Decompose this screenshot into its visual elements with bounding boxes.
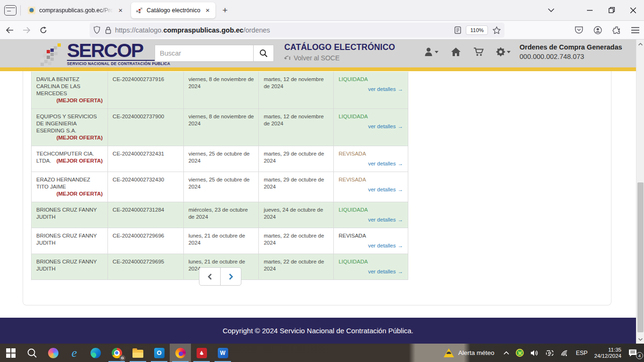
tab-compraspublicas[interactable]: compraspublicas.gob.ec/Proce × <box>24 2 128 18</box>
status-badge: LIQUIDADA <box>339 259 368 264</box>
firefox-view-icon[interactable] <box>4 5 17 16</box>
vertical-scrollbar[interactable] <box>636 40 644 344</box>
order-code: CE-20240002737900 <box>107 109 183 146</box>
order-date-finalized: martes, 29 de octubre de 2024 <box>259 146 334 172</box>
language-indicator[interactable]: ESP <box>576 350 587 356</box>
url-text[interactable]: https://catalogo.compraspublicas.gob.ec/… <box>115 26 454 34</box>
home-button[interactable] <box>451 47 461 57</box>
weather-alert-widget[interactable]: Alerta méteo <box>441 348 497 357</box>
search-icon <box>27 348 37 358</box>
search-button[interactable] <box>254 45 274 62</box>
forward-button[interactable] <box>19 23 34 37</box>
orders-generated-label: Ordenes de Compra Generadas <box>520 43 622 51</box>
lock-icon[interactable] <box>105 26 111 34</box>
view-details-link[interactable]: ver detalles <box>368 217 396 222</box>
table-row[interactable]: DAVILA BENITEZ CARLINA DE LAS MERCEDES (… <box>32 72 408 109</box>
arrow-right-icon: → <box>398 187 404 192</box>
new-tab-button[interactable]: + <box>218 4 232 16</box>
start-button[interactable] <box>0 344 21 362</box>
file-explorer-button[interactable] <box>127 344 149 362</box>
outlook-icon: O <box>154 348 165 358</box>
wifi-icon[interactable] <box>561 349 569 356</box>
back-to-soce-link[interactable]: Volver al SOCE <box>284 54 395 62</box>
sercop-logo[interactable]: SERCOP SERVICIO NACIONAL DE CONTRATACIÓN… <box>41 41 170 66</box>
tab-catalogo-electronico[interactable]: Catálogo electrónico × <box>131 2 215 18</box>
taskbar-search-button[interactable] <box>21 344 42 362</box>
back-button[interactable] <box>2 23 17 37</box>
taskbar-clock[interactable]: 11:35 24/12/2024 <box>594 347 621 359</box>
next-page-button[interactable] <box>220 268 241 285</box>
header-icons <box>424 47 511 57</box>
tab-strip: compraspublicas.gob.ec/Proce × Catálogo … <box>0 0 644 21</box>
supplier-name: EQUIPOS Y SERVICIOS DE INGENIERIA ESERDI… <box>36 114 97 133</box>
cart-button[interactable] <box>473 47 484 57</box>
close-window-button[interactable] <box>622 0 644 21</box>
weather-warning-icon <box>444 348 454 357</box>
restore-button[interactable] <box>601 0 622 21</box>
bookmark-star-icon[interactable] <box>493 26 501 34</box>
order-date-published: viernes, 25 de octubre de 2024 <box>183 172 259 202</box>
internet-explorer-button[interactable]: e <box>64 344 85 362</box>
chrome-button[interactable]: G <box>106 344 127 362</box>
previous-page-button[interactable] <box>199 268 220 285</box>
table-row[interactable]: BRIONES CRUZ FANNY JUDITH CE-20240002731… <box>32 202 408 228</box>
view-details-link[interactable]: ver detalles <box>368 123 396 129</box>
view-details-link[interactable]: ver detalles <box>368 86 396 92</box>
view-details-link[interactable]: ver detalles <box>368 269 396 274</box>
zoom-level-indicator[interactable]: 110% <box>466 25 488 35</box>
clock-time: 11:35 <box>594 347 621 353</box>
table-row[interactable]: TECHCOMPUTER CIA. LTDA. (MEJOR OFERTA) C… <box>32 146 408 172</box>
view-details-link[interactable]: ver detalles <box>368 161 396 166</box>
volume-icon[interactable] <box>530 349 539 357</box>
windows-logo-icon <box>6 348 16 358</box>
word-icon: W <box>218 348 228 358</box>
weather-alert-text: Alerta méteo <box>458 349 495 356</box>
outlook-button[interactable]: O <box>149 344 170 362</box>
order-date-published: miércoles, 23 de octubre de 2024 <box>183 202 259 228</box>
tab-title: compraspublicas.gob.ec/Proce <box>39 7 113 14</box>
antivirus-tray-icon[interactable] <box>516 349 524 357</box>
close-tab-icon[interactable]: × <box>117 6 124 15</box>
scroll-up-arrow[interactable] <box>636 41 644 48</box>
sercop-favicon <box>135 7 143 14</box>
virtual-desktop-icon[interactable] <box>545 349 554 357</box>
search-input[interactable] <box>155 45 254 62</box>
edge-button[interactable] <box>85 344 106 362</box>
tray-chevron-up-icon[interactable] <box>504 351 509 355</box>
word-button[interactable]: W <box>212 344 233 362</box>
action-center-button[interactable]: 4 <box>628 349 640 357</box>
chevron-down-icon <box>435 51 438 53</box>
view-details-link[interactable]: ver detalles <box>368 187 396 192</box>
view-details-link[interactable]: ver detalles <box>368 243 396 248</box>
table-row[interactable]: EQUIPOS Y SERVICIOS DE INGENIERIA ESERDI… <box>32 109 408 146</box>
minimize-button[interactable] <box>579 0 601 21</box>
acrobat-button[interactable] <box>191 344 212 362</box>
scroll-down-arrow[interactable] <box>636 336 644 343</box>
list-all-tabs-icon[interactable] <box>548 8 554 12</box>
shield-icon[interactable] <box>93 26 100 34</box>
supplier-name: BRIONES CRUZ FANNY JUDITH <box>36 233 97 246</box>
close-tab-icon[interactable]: × <box>204 6 211 15</box>
extensions-puzzle-icon[interactable] <box>612 26 621 34</box>
copilot-button[interactable] <box>42 344 64 362</box>
scrollbar-thumb[interactable] <box>637 182 644 332</box>
chevron-left-icon <box>207 273 212 280</box>
table-row[interactable]: BRIONES CRUZ FANNY JUDITH CE-20240002729… <box>32 228 408 254</box>
status-badge: LIQUIDADA <box>339 76 368 82</box>
pocket-icon[interactable] <box>575 26 583 34</box>
settings-menu[interactable] <box>496 47 511 57</box>
url-bar[interactable]: https://catalogo.compraspublicas.gob.ec/… <box>90 23 504 38</box>
menu-hamburger-icon[interactable] <box>631 27 639 33</box>
user-menu[interactable] <box>424 47 438 57</box>
account-icon[interactable] <box>594 26 602 34</box>
url-scheme: https://catalogo. <box>115 26 163 34</box>
reader-mode-icon[interactable] <box>454 26 461 34</box>
firefox-button[interactable] <box>170 344 191 362</box>
url-domain: compraspublicas.gob.ec <box>163 26 243 34</box>
navigation-toolbar: https://catalogo.compraspublicas.gob.ec/… <box>0 21 644 40</box>
reload-button[interactable] <box>36 23 51 37</box>
table-row[interactable]: ERAZO HERNANDEZ TITO JAIME (MEJOR OFERTA… <box>32 172 408 202</box>
order-code: CE-20240002732430 <box>107 172 183 202</box>
order-date-finalized: martes, 22 de octubre de 2024 <box>259 254 334 280</box>
google-badge: G <box>119 355 125 361</box>
